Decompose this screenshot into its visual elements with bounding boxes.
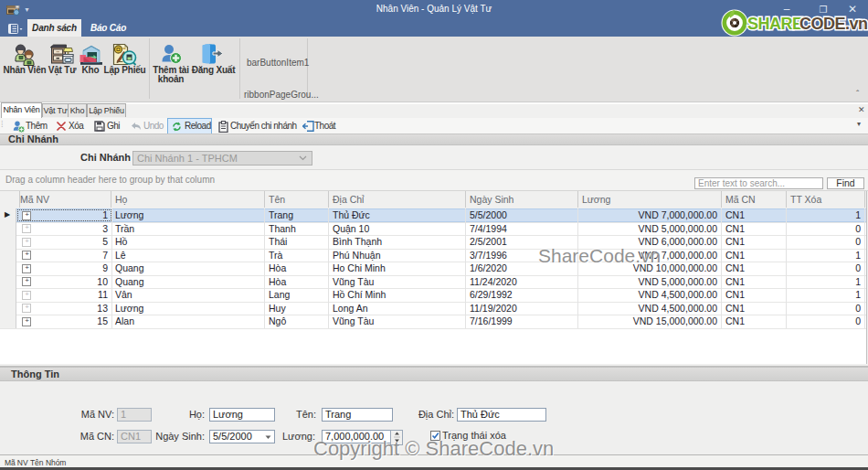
svg-text:SHARE: SHARE bbox=[747, 15, 803, 33]
svg-text:CODE.vn: CODE.vn bbox=[799, 15, 868, 33]
